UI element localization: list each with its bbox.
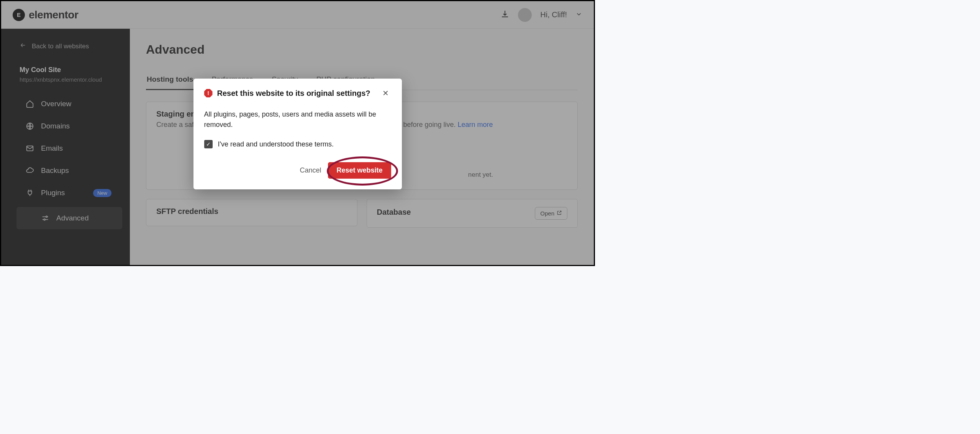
modal-overlay[interactable]: ! Reset this website to its original set… [1,1,594,265]
modal-body-text: All plugins, pages, posts, users and med… [204,109,391,130]
checkbox-icon[interactable]: ✓ [204,140,213,148]
reset-website-button[interactable]: Reset website [328,162,391,179]
checkbox-label: I've read and understood these terms. [218,140,334,148]
warning-icon: ! [204,89,213,97]
close-icon[interactable]: ✕ [380,88,391,99]
cancel-button[interactable]: Cancel [294,163,326,178]
modal-title: Reset this website to its original setti… [217,89,375,98]
terms-checkbox-row[interactable]: ✓ I've read and understood these terms. [204,140,391,148]
reset-website-modal: ! Reset this website to its original set… [193,79,402,189]
